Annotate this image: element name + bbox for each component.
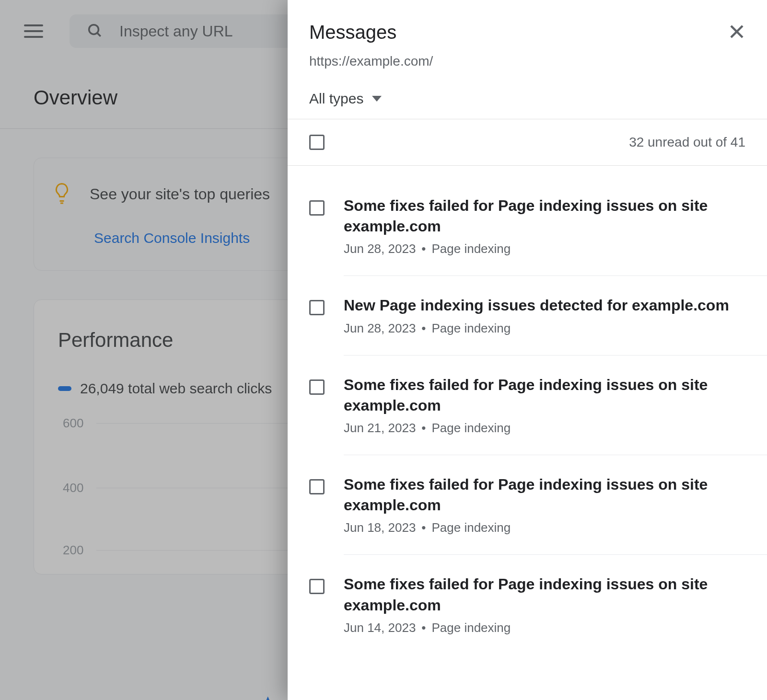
message-checkbox[interactable] <box>309 479 325 494</box>
message-title: New Page indexing issues detected for ex… <box>344 295 745 316</box>
message-category: Page indexing <box>431 620 511 635</box>
message-date: Jun 18, 2023 <box>344 520 416 535</box>
panel-title: Messages <box>309 22 396 43</box>
message-title: Some fixes failed for Page indexing issu… <box>344 574 745 615</box>
message-checkbox[interactable] <box>309 300 325 315</box>
message-checkbox[interactable] <box>309 379 325 395</box>
close-button[interactable] <box>728 23 745 42</box>
message-meta: Jun 14, 2023 • Page indexing <box>344 620 745 635</box>
message-date: Jun 14, 2023 <box>344 620 416 635</box>
message-meta: Jun 28, 2023 • Page indexing <box>344 321 745 336</box>
message-item[interactable]: Some fixes failed for Page indexing issu… <box>288 563 767 645</box>
message-date: Jun 21, 2023 <box>344 421 416 436</box>
message-title: Some fixes failed for Page indexing issu… <box>344 474 745 516</box>
message-category: Page indexing <box>431 520 511 535</box>
message-title: Some fixes failed for Page indexing issu… <box>344 195 745 237</box>
message-meta: Jun 28, 2023 • Page indexing <box>344 241 745 256</box>
message-checkbox[interactable] <box>309 579 325 594</box>
message-category: Page indexing <box>431 321 511 336</box>
message-meta: Jun 18, 2023 • Page indexing <box>344 520 745 535</box>
message-category: Page indexing <box>431 241 511 256</box>
select-all-checkbox[interactable] <box>309 135 325 150</box>
type-filter-dropdown[interactable]: All types <box>309 91 745 107</box>
message-date: Jun 28, 2023 <box>344 241 416 256</box>
message-list: Some fixes failed for Page indexing issu… <box>288 166 767 700</box>
type-filter-label: All types <box>309 91 363 107</box>
message-item[interactable]: Some fixes failed for Page indexing issu… <box>288 185 767 267</box>
message-item[interactable]: Some fixes failed for Page indexing issu… <box>288 364 767 446</box>
message-category: Page indexing <box>431 421 511 436</box>
unread-count: 32 unread out of 41 <box>629 135 745 150</box>
message-checkbox[interactable] <box>309 200 325 216</box>
chevron-down-icon <box>372 96 382 102</box>
messages-panel: Messages https://example.com/ All types … <box>288 0 767 700</box>
panel-site-url: https://example.com/ <box>309 54 745 69</box>
message-date: Jun 28, 2023 <box>344 321 416 336</box>
message-item[interactable]: Some fixes failed for Page indexing issu… <box>288 464 767 546</box>
message-meta: Jun 21, 2023 • Page indexing <box>344 421 745 436</box>
message-item[interactable]: New Page indexing issues detected for ex… <box>288 285 767 346</box>
message-title: Some fixes failed for Page indexing issu… <box>344 375 745 416</box>
